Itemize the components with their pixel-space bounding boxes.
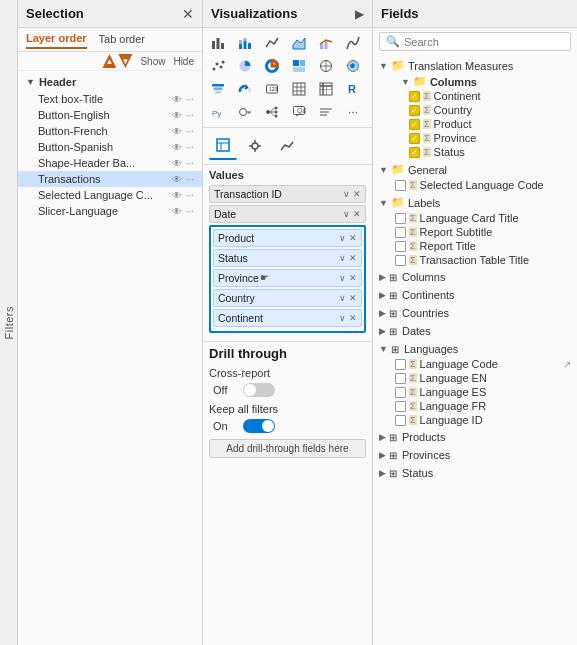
list-item-transactions[interactable]: Transactions 👁 ···	[18, 171, 202, 187]
list-item[interactable]: Button-English 👁 ···	[18, 107, 202, 123]
checkbox[interactable]	[395, 227, 406, 238]
tree-item-selected-lang[interactable]: Σ Selected Language Code	[373, 178, 577, 192]
field-chip-date[interactable]: Date ∨ ✕	[209, 205, 366, 223]
tree-item-continent[interactable]: ✓ Σ Continent	[387, 89, 577, 103]
tab-tab-order[interactable]: Tab order	[99, 33, 145, 48]
chevron-down-icon[interactable]: ∨	[343, 209, 350, 219]
move-down-button[interactable]: ▼	[118, 54, 132, 68]
treemap-icon[interactable]	[288, 55, 310, 77]
filled-map-icon[interactable]	[342, 55, 364, 77]
combo-chart-icon[interactable]	[315, 32, 337, 54]
filters-strip[interactable]: Filters	[0, 0, 18, 645]
close-icon[interactable]: ✕	[182, 7, 194, 21]
remove-icon[interactable]: ✕	[353, 189, 361, 199]
tree-item-lang-fr[interactable]: Σ Language FR	[373, 399, 577, 413]
tree-item-transaction-table-title[interactable]: Σ Transaction Table Title	[373, 253, 577, 267]
checkbox[interactable]	[395, 373, 406, 384]
list-item[interactable]: Button-Spanish 👁 ···	[18, 139, 202, 155]
tree-item-lang-es[interactable]: Σ Language ES	[373, 385, 577, 399]
tree-item-province[interactable]: ✓ Σ Province	[387, 131, 577, 145]
eye-icon[interactable]: 👁	[172, 174, 182, 185]
list-item[interactable]: Button-French 👁 ···	[18, 123, 202, 139]
remove-icon[interactable]: ✕	[353, 209, 361, 219]
fields-tab-icon[interactable]	[209, 132, 237, 160]
qa-icon[interactable]: Q&A	[288, 101, 310, 123]
r-visual-icon[interactable]: R	[342, 78, 364, 100]
table-icon[interactable]	[288, 78, 310, 100]
remove-icon[interactable]: ✕	[349, 293, 357, 303]
card-icon[interactable]: 123	[261, 78, 283, 100]
checkbox-selected-lang[interactable]	[395, 180, 406, 191]
group-header-columns[interactable]: ▶ ⊞ Columns	[373, 269, 577, 285]
eye-icon[interactable]: 👁	[172, 190, 182, 201]
group-header-general[interactable]: ▼ 📁 General	[373, 161, 577, 178]
chevron-down-icon[interactable]: ∨	[339, 313, 346, 323]
field-chip-province[interactable]: Province ☛ ∨ ✕	[213, 269, 362, 287]
scatter-chart-icon[interactable]	[207, 55, 229, 77]
donut-chart-icon[interactable]	[261, 55, 283, 77]
eye-icon[interactable]: 👁	[172, 94, 182, 105]
checkbox-province[interactable]: ✓	[409, 133, 420, 144]
field-chip-status[interactable]: Status ∨ ✕	[213, 249, 362, 267]
more-icon[interactable]: ···	[186, 142, 194, 153]
tree-item-report-subtitle[interactable]: Σ Report Subtitle	[373, 225, 577, 239]
list-item[interactable]: Text box-Title 👁 ···	[18, 91, 202, 107]
group-header-dates[interactable]: ▶ ⊞ Dates	[373, 323, 577, 339]
analytics-tab-icon[interactable]	[273, 132, 301, 160]
move-up-button[interactable]: ▲	[102, 54, 116, 68]
list-item[interactable]: Selected Language C... 👁 ···	[18, 187, 202, 203]
group-header-status[interactable]: ▶ ⊞ Status	[373, 465, 577, 481]
funnel-icon[interactable]	[207, 78, 229, 100]
more-icon[interactable]: ···	[186, 158, 194, 169]
tab-layer-order[interactable]: Layer order	[26, 32, 87, 49]
checkbox[interactable]	[395, 359, 406, 370]
more-icon[interactable]: ···	[186, 110, 194, 121]
eye-icon[interactable]: 👁	[172, 206, 182, 217]
more-icon[interactable]: ···	[186, 206, 194, 217]
smart-narrative-icon[interactable]	[315, 101, 337, 123]
tree-item-status[interactable]: ✓ Σ Status	[387, 145, 577, 159]
tree-item-lang-en[interactable]: Σ Language EN	[373, 371, 577, 385]
remove-icon[interactable]: ✕	[349, 313, 357, 323]
hide-label[interactable]: Hide	[173, 56, 194, 67]
ribbon-chart-icon[interactable]	[342, 32, 364, 54]
show-label[interactable]: Show	[140, 56, 165, 67]
field-chip-country[interactable]: Country ∨ ✕	[213, 289, 362, 307]
matrix-icon[interactable]	[315, 78, 337, 100]
checkbox-country[interactable]: ✓	[409, 105, 420, 116]
checkbox[interactable]	[395, 401, 406, 412]
viz-arrow-icon[interactable]: ▶	[355, 7, 364, 21]
tree-item-lang-code[interactable]: Σ Language Code ↗	[373, 357, 577, 371]
field-chip-transaction-id[interactable]: Transaction ID ∨ ✕	[209, 185, 366, 203]
chevron-down-icon[interactable]: ∨	[339, 273, 346, 283]
group-header-products[interactable]: ▶ ⊞ Products	[373, 429, 577, 445]
decomp-tree-icon[interactable]	[261, 101, 283, 123]
remove-icon[interactable]: ✕	[349, 253, 357, 263]
field-chip-product[interactable]: Product ∨ ✕	[213, 229, 362, 247]
area-chart-icon[interactable]	[288, 32, 310, 54]
eye-icon[interactable]: 👁	[172, 158, 182, 169]
pie-chart-icon[interactable]	[234, 55, 256, 77]
group-header-header[interactable]: ▼ Header	[18, 73, 202, 91]
group-header-languages[interactable]: ▼ ⊞ Languages	[373, 341, 577, 357]
checkbox-continent[interactable]: ✓	[409, 91, 420, 102]
format-tab-icon[interactable]	[241, 132, 269, 160]
eye-icon[interactable]: 👁	[172, 110, 182, 121]
tree-item-lang-card-title[interactable]: Σ Language Card Title	[373, 211, 577, 225]
list-item[interactable]: Shape-Header Ba... 👁 ···	[18, 155, 202, 171]
remove-icon[interactable]: ✕	[349, 233, 357, 243]
python-icon[interactable]: Py	[207, 101, 229, 123]
checkbox-product[interactable]: ✓	[409, 119, 420, 130]
key-influencer-icon[interactable]	[234, 101, 256, 123]
field-chip-continent[interactable]: Continent ∨ ✕	[213, 309, 362, 327]
tree-item-lang-id[interactable]: Σ Language ID	[373, 413, 577, 427]
group-header-provinces[interactable]: ▶ ⊞ Provinces	[373, 447, 577, 463]
chevron-down-icon[interactable]: ∨	[339, 293, 346, 303]
more-icon[interactable]: ···	[186, 174, 194, 185]
gauge-icon[interactable]	[234, 78, 256, 100]
stacked-bar-icon[interactable]	[234, 32, 256, 54]
group-header-translation-measures[interactable]: ▼ 📁 Translation Measures	[373, 57, 577, 74]
search-input[interactable]	[404, 36, 564, 48]
search-box[interactable]: 🔍	[379, 32, 571, 51]
checkbox[interactable]	[395, 255, 406, 266]
